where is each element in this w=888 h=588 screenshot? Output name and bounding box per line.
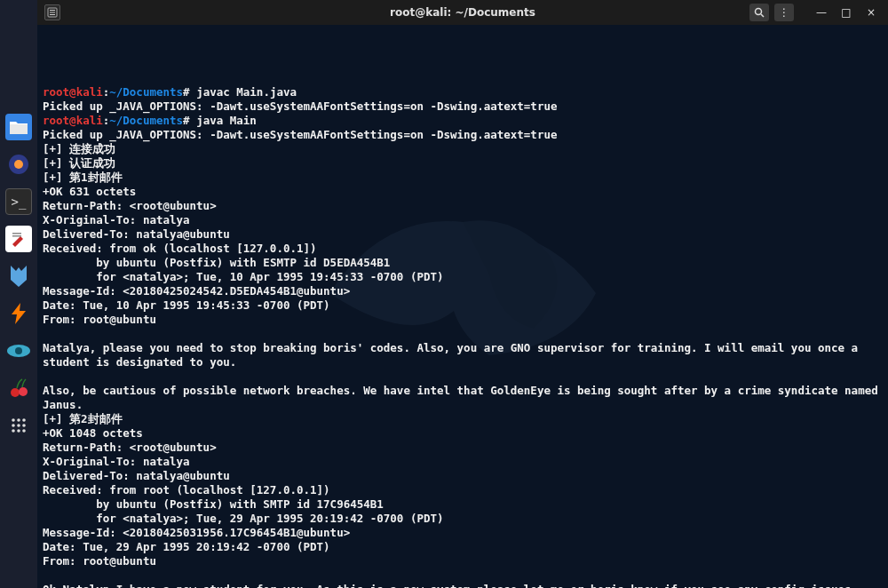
output-line: Also, be cautious of possible network br… <box>43 384 884 411</box>
output-line: [+] 认证成功 <box>43 156 115 170</box>
svg-point-8 <box>11 388 20 397</box>
output-line: [+] 第1封邮件 <box>43 171 123 184</box>
apps-grid-icon[interactable] <box>5 412 32 439</box>
svg-point-18 <box>22 429 26 433</box>
svg-rect-21 <box>50 12 55 13</box>
output-line: Message-Id: <20180425024542.D5EDA454B1@u… <box>43 284 350 298</box>
svg-point-17 <box>17 429 20 433</box>
burp-icon[interactable] <box>5 300 32 327</box>
command-text: javac Main.java <box>196 85 297 99</box>
search-icon[interactable] <box>749 4 769 21</box>
svg-rect-5 <box>12 235 21 237</box>
prompt-path: ~/Documents <box>109 114 183 127</box>
output-line: for <natalya>; Tue, 29 Apr 1995 20:19:42… <box>43 512 444 525</box>
output-line: Delivered-To: natalya@ubuntu <box>43 469 230 482</box>
svg-point-16 <box>12 429 15 433</box>
app-menu-icon[interactable] <box>44 4 60 20</box>
text-editor-icon[interactable] <box>5 226 32 252</box>
svg-point-14 <box>17 424 20 427</box>
files-icon[interactable] <box>5 114 32 140</box>
svg-point-13 <box>12 424 15 427</box>
terminal-app-icon[interactable]: >_ <box>5 188 32 215</box>
svg-point-11 <box>17 418 20 422</box>
titlebar: root@kali: ~/Documents ⋮ — □ × <box>37 0 888 25</box>
output-line: Message-Id: <20180425031956.17C96454B1@u… <box>43 526 350 539</box>
maximize-button[interactable]: □ <box>836 4 856 21</box>
window-title: root@kali: ~/Documents <box>390 6 535 19</box>
output-line: Date: Tue, 10 Apr 1995 19:45:33 -0700 (P… <box>43 298 330 312</box>
command-text: java Main <box>196 114 257 127</box>
terminal-body[interactable]: root@kali:~/Documents# javac Main.java P… <box>37 25 888 588</box>
svg-point-23 <box>756 9 762 15</box>
firefox-icon[interactable] <box>5 151 32 178</box>
output-line: for <natalya>; Tue, 10 Apr 1995 19:45:33… <box>43 270 444 283</box>
output-line: From: root@ubuntu <box>43 554 156 568</box>
svg-point-7 <box>15 347 22 354</box>
output-line: by ubuntu (Postfix) with SMTP id 17C9645… <box>43 497 384 511</box>
wireshark-icon[interactable] <box>5 338 32 364</box>
output-line: by ubuntu (Postfix) with ESMTP id D5EDA4… <box>43 256 390 269</box>
output-line: Picked up _JAVA_OPTIONS: -Dawt.useSystem… <box>43 99 557 113</box>
svg-rect-0 <box>10 124 28 134</box>
output-line: X-Original-To: natalya <box>43 213 190 226</box>
prompt-symbol: # <box>183 85 190 99</box>
svg-rect-22 <box>50 14 55 15</box>
svg-rect-4 <box>12 233 21 234</box>
output-line: Received: from ok (localhost [127.0.0.1]… <box>43 242 317 255</box>
output-line: From: root@ubuntu <box>43 313 156 326</box>
prompt-symbol: # <box>183 114 190 127</box>
output-line: X-Original-To: natalya <box>43 455 190 468</box>
output-line: [+] 连接成功 <box>43 142 115 155</box>
prompt-user: root@kali <box>43 85 103 99</box>
prompt-path: ~/Documents <box>109 85 183 99</box>
output-line: Return-Path: <root@ubuntu> <box>43 199 217 212</box>
svg-point-9 <box>19 387 28 396</box>
menu-icon[interactable]: ⋮ <box>774 4 794 21</box>
svg-point-15 <box>22 424 26 427</box>
output-line: Picked up _JAVA_OPTIONS: -Dawt.useSystem… <box>43 128 557 141</box>
close-button[interactable]: × <box>861 4 881 21</box>
output-line: +OK 631 octets <box>43 185 136 198</box>
dock: >_ <box>0 0 37 588</box>
output-line: [+] 第2封邮件 <box>43 412 123 425</box>
output-line: +OK 1048 octets <box>43 426 143 440</box>
svg-line-24 <box>761 14 764 17</box>
terminal-window: root@kali: ~/Documents ⋮ — □ × root@kali… <box>37 0 888 588</box>
cherrytree-icon[interactable] <box>5 375 32 401</box>
output-line: Return-Path: <root@ubuntu> <box>43 441 217 454</box>
output-line: Natalya, please you need to stop breakin… <box>43 341 865 369</box>
output-line: Received: from root (localhost [127.0.0.… <box>43 483 330 497</box>
metasploit-icon[interactable] <box>5 263 32 290</box>
dock-spacer <box>5 5 32 103</box>
output-line: Date: Tue, 29 Apr 1995 20:19:42 -0700 (P… <box>43 540 330 553</box>
svg-point-2 <box>14 160 23 169</box>
minimize-button[interactable]: — <box>812 4 831 21</box>
svg-rect-20 <box>50 10 55 11</box>
prompt-user: root@kali <box>43 114 103 127</box>
svg-point-12 <box>22 418 26 422</box>
output-line: Delivered-To: natalya@ubuntu <box>43 227 230 241</box>
output-line: Ok Natalyn I have a new student for you.… <box>43 583 865 588</box>
svg-point-10 <box>12 418 15 422</box>
